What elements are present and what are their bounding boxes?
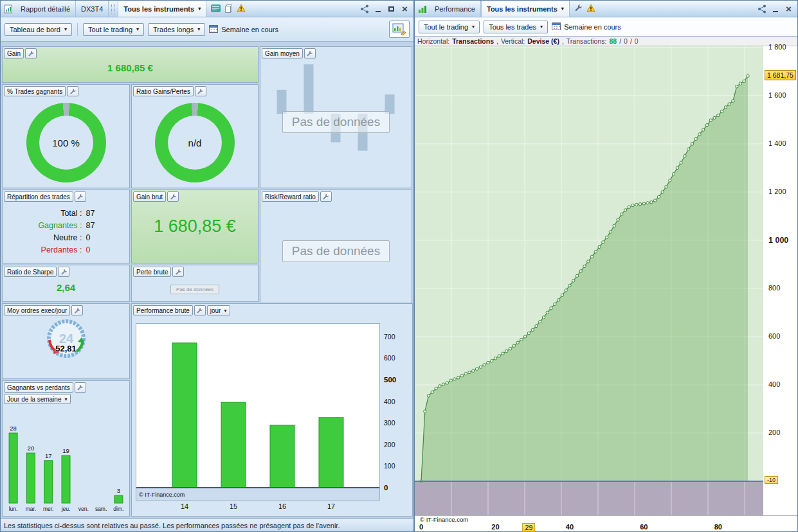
y-tick-label: 800 — [768, 284, 780, 292]
repartition-panel-button[interactable]: Répartition des trades — [4, 191, 73, 202]
wrench-icon[interactable] — [67, 86, 78, 96]
wrench-icon[interactable] — [75, 382, 86, 393]
panel-gain: Gain 1 680,85 € — [2, 46, 258, 83]
drag-grip[interactable] — [111, 4, 115, 13]
period-label: Semaine en cours — [221, 26, 278, 33]
report-titlebar[interactable]: Rapport détaillé DX3T4 Tous les instrume… — [1, 1, 413, 17]
trading-scope-dropdown[interactable]: Tout le trading▾ — [419, 21, 480, 33]
share-icon[interactable] — [359, 4, 370, 14]
x-tick-label: 0 — [419, 523, 423, 531]
chevron-down-icon: ▾ — [540, 24, 543, 30]
svg-text:14: 14 — [181, 502, 188, 510]
status-bar: Les statistiques ci-dessus sont relative… — [1, 519, 413, 531]
period-selector[interactable]: Semaine en cours — [209, 24, 278, 34]
instruments-dropdown[interactable]: Tous les instruments ▾ — [481, 1, 570, 17]
no-data-label: Pas de données — [282, 111, 390, 133]
perte-brute-panel-button[interactable]: Perte brute — [133, 267, 171, 277]
gagnants-perdants-panel-button[interactable]: Gagnants vs perdants — [4, 382, 73, 393]
mail-icon[interactable] — [211, 4, 221, 13]
svg-text:15: 15 — [230, 502, 237, 510]
view-dropdown[interactable]: Tableau de bord▾ — [5, 23, 72, 36]
chevron-down-icon: ▾ — [64, 26, 67, 32]
view-dropdown-label: Tableau de bord — [10, 26, 60, 33]
performance-titlebar[interactable]: Performance Tous les instruments ▾ × — [415, 1, 797, 17]
chevron-down-icon: ▾ — [65, 396, 68, 402]
wrench-icon[interactable] — [194, 305, 206, 315]
gain-brut-value: 1 680,85 € — [154, 217, 236, 236]
svg-text:400: 400 — [384, 398, 395, 405]
chevron-down-icon: ▾ — [198, 6, 201, 12]
tab-rapport-detaille[interactable]: Rapport détaillé — [15, 1, 76, 17]
close-button[interactable]: × — [399, 4, 410, 14]
trades-type-dropdown[interactable]: Trades longs▾ — [148, 23, 205, 36]
instruments-dropdown[interactable]: Tous les instruments ▾ — [118, 1, 206, 17]
repartition-row-total: Total87 — [3, 208, 129, 220]
maximize-button[interactable] — [386, 4, 397, 14]
wrench-icon[interactable] — [574, 4, 583, 13]
share-icon[interactable] — [756, 4, 767, 14]
window-controls: × — [756, 1, 797, 17]
svg-text:600: 600 — [384, 354, 395, 362]
sharpe-panel-button[interactable]: Ratio de Sharpe — [4, 267, 57, 277]
report-icon — [1, 1, 15, 17]
gain-brut-panel-button[interactable]: Gain brut — [133, 191, 166, 202]
trades-type-dropdown[interactable]: Tous les trades▾ — [484, 21, 548, 33]
x-tick-label: 60 — [640, 523, 648, 531]
wrench-icon[interactable] — [71, 305, 83, 315]
svg-text:ven.: ven. — [78, 506, 89, 512]
svg-text:20: 20 — [28, 445, 35, 452]
minimize-button[interactable] — [770, 4, 781, 14]
wrench-icon[interactable] — [167, 191, 179, 202]
wrench-icon[interactable] — [304, 48, 316, 58]
pct-gagnants-panel-button[interactable]: % Trades gagnants — [4, 86, 66, 96]
instruments-dropdown-label: Tous les instruments — [487, 5, 558, 13]
perf-brute-period-dropdown[interactable]: jour▾ — [207, 305, 230, 315]
tab-dx3t4[interactable]: DX3T4 — [76, 1, 109, 17]
svg-text:300: 300 — [384, 419, 395, 427]
warning-icon[interactable] — [237, 4, 246, 13]
minimize-button[interactable] — [372, 4, 383, 14]
trades-type-label: Tous les trades — [489, 23, 536, 31]
trading-scope-dropdown[interactable]: Tout le trading▾ — [83, 23, 144, 36]
equity-plot-area[interactable] — [415, 46, 763, 515]
moy-ordres-value: 52,81 — [3, 344, 129, 353]
period-selector[interactable]: Semaine en cours — [552, 22, 621, 31]
svg-text:700: 700 — [384, 333, 395, 341]
performance-window: Performance Tous les instruments ▾ × Tou… — [414, 0, 798, 532]
wrench-icon[interactable] — [195, 86, 206, 96]
instruments-dropdown-label: Tous les instruments — [123, 5, 194, 13]
moy-ordres-panel-button[interactable]: Moy ordres exec/jour — [4, 305, 70, 315]
equity-x-axis[interactable]: © IT-Finance.com 02040608029 — [415, 515, 797, 531]
wrench-icon[interactable] — [75, 191, 86, 202]
equity-y-axis[interactable]: 1 681,75 -10 2004006008001 0001 2001 400… — [764, 46, 797, 515]
copy-icon[interactable] — [224, 4, 233, 14]
gain-moyen-panel-button[interactable]: Gain moyen — [262, 48, 303, 58]
gain-panel-button[interactable]: Gain — [4, 48, 24, 58]
svg-text:100: 100 — [384, 462, 395, 470]
wrench-icon[interactable] — [172, 267, 184, 277]
chevron-down-icon: ▾ — [136, 26, 139, 32]
svg-text:sam.: sam. — [95, 506, 107, 512]
risk-reward-panel-button[interactable]: Risk/Reward ratio — [262, 191, 319, 202]
svg-text:mar.: mar. — [26, 506, 37, 512]
svg-text:© IT-Finance.com: © IT-Finance.com — [139, 492, 185, 498]
warning-icon[interactable] — [586, 4, 595, 13]
weekday-dimension-dropdown[interactable]: Jour de la semaine▾ — [4, 394, 71, 404]
chevron-down-icon: ▾ — [197, 26, 200, 32]
chart-report-button[interactable] — [389, 21, 410, 38]
y-tick-label: 1 400 — [768, 139, 786, 147]
panel-ratio-sharpe: Ratio de Sharpe 2,64 — [2, 265, 130, 302]
tab-performance[interactable]: Performance — [430, 1, 481, 17]
tab-label: DX3T4 — [81, 5, 103, 13]
x-tick-highlight: 29 — [523, 523, 536, 532]
ratio-gp-panel-button[interactable]: Ratio Gains/Pertes — [133, 86, 194, 96]
panel-ratio-gains-pertes: Ratio Gains/Pertes n/d — [131, 84, 258, 188]
close-button[interactable]: × — [783, 4, 794, 14]
svg-text:500: 500 — [384, 376, 396, 384]
wrench-icon[interactable] — [25, 48, 37, 58]
repartition-row-perdantes: Perdantes0 — [3, 244, 129, 256]
wrench-icon[interactable] — [58, 267, 69, 277]
perf-brute-panel-button[interactable]: Performance brute — [133, 305, 193, 315]
wrench-icon[interactable] — [320, 191, 332, 202]
y-tick-label: 200 — [768, 429, 780, 436]
